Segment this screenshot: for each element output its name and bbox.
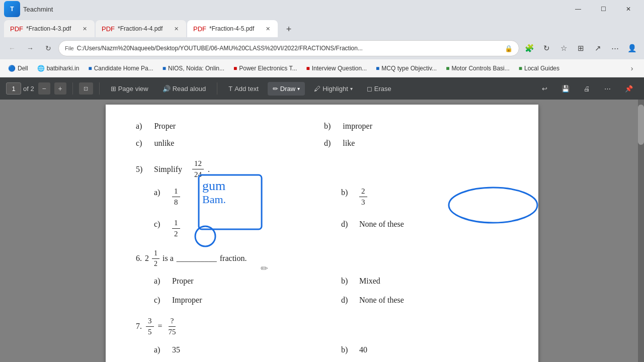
pin-button[interactable]: 📌 xyxy=(620,82,638,96)
undo-button[interactable]: ↩ xyxy=(537,82,552,96)
q7-a-text: 35 xyxy=(172,343,180,356)
q4-b-text: improper xyxy=(343,120,372,133)
draw-button[interactable]: ✏ Draw ▾ xyxy=(268,82,305,96)
bookmark-motor-label: Motor Controls Basi... xyxy=(451,65,509,72)
refresh-button[interactable]: ↻ xyxy=(40,40,56,56)
fit-page-button[interactable]: ⊡ xyxy=(79,82,93,95)
save-button[interactable]: 💾 xyxy=(556,82,575,96)
profile-icon[interactable]: 👤 xyxy=(624,40,640,56)
zoom-in-button[interactable]: + xyxy=(54,82,66,95)
q6-fraction: 1 2 xyxy=(152,248,159,268)
tab-fraction-4-3[interactable]: PDF *Fraction-4-3.pdf ✕ xyxy=(4,20,95,37)
bookmarks-more-button[interactable]: › xyxy=(624,60,640,76)
collections-icon[interactable]: ⊞ xyxy=(573,40,589,56)
close-button[interactable]: ✕ xyxy=(617,2,640,16)
pdf-content-area[interactable]: gum Bam. ✏ a) Proper b) improper c) xyxy=(0,100,644,362)
bookmark-motor-controls[interactable]: ■ Motor Controls Basi... xyxy=(442,63,514,74)
q6-c-label: c) xyxy=(154,294,168,307)
minimize-button[interactable]: — xyxy=(567,2,590,16)
q5-a-den: 8 xyxy=(172,197,180,208)
q6-a-text: Proper xyxy=(172,275,194,288)
q6-options: a) Proper b) Mixed c) Improper d) None o… xyxy=(154,275,508,306)
page-view-label: Page view xyxy=(118,85,148,93)
q4-c-label: c) xyxy=(136,137,142,150)
extensions-button[interactable]: 🧩 xyxy=(521,40,537,56)
bookmark-power-electronics[interactable]: ■ Power Electronics T... xyxy=(229,63,301,74)
more-tools-button[interactable]: ⋯ xyxy=(599,82,616,96)
q7-frac1-num: 3 xyxy=(146,316,154,327)
q7-frac2-num: ? xyxy=(169,316,176,327)
bookmark-nios[interactable]: ■ NIOS, Noida: Onlin... xyxy=(158,63,228,74)
bookmark-batbiharki[interactable]: 🌐 batbiharki.in xyxy=(33,63,84,74)
page-view-button[interactable]: ⊞ Page view xyxy=(106,82,153,96)
print-button[interactable]: 🖨 xyxy=(579,82,595,96)
q7-fraction2: ? 75 xyxy=(167,316,178,337)
q5-frac-num: 12 xyxy=(192,158,204,169)
tab-fraction-4-4[interactable]: PDF *Fraction-4-4.pdf ✕ xyxy=(96,20,186,37)
bookmark-power-icon: ■ xyxy=(233,65,237,72)
add-text-button[interactable]: T Add text xyxy=(223,82,264,96)
q6-option-c: c) Improper xyxy=(154,294,321,307)
erase-button[interactable]: ◻ Erase xyxy=(362,82,396,96)
bookmark-dell[interactable]: 🔵 Dell xyxy=(4,63,32,74)
q5-b-num: 2 xyxy=(359,186,367,197)
maximize-button[interactable]: ☐ xyxy=(592,2,615,16)
settings-icon[interactable]: ⋯ xyxy=(607,40,623,56)
highlight-icon: 🖊 xyxy=(314,85,320,93)
pdf-content: a) Proper b) improper c) unlike d) like xyxy=(136,120,508,356)
q7-b-label: b) xyxy=(341,343,355,356)
browser-toolbar-icons: 🧩 ↻ ☆ ⊞ ↗ ⋯ 👤 xyxy=(521,40,640,56)
refresh-icon[interactable]: ↻ xyxy=(538,40,554,56)
star-icon[interactable]: ☆ xyxy=(555,40,572,56)
address-text: C:/Users/Nazm%20Naqueeb/Desktop/YOUTUBE/… xyxy=(77,45,502,52)
q5-d-label: d) xyxy=(341,218,355,231)
bookmark-mcq-label: MCQ type Objectiv... xyxy=(381,65,437,72)
bookmark-batbiharki-label: batbiharki.in xyxy=(47,65,79,72)
tab-close-button3[interactable]: ✕ xyxy=(264,25,272,33)
page-number-input[interactable] xyxy=(6,82,21,95)
page-total: of 2 xyxy=(23,85,34,93)
q6-c-text: Improper xyxy=(172,294,202,307)
q4-option-d: d) like xyxy=(324,137,508,150)
q5-c-num: 1 xyxy=(172,218,180,229)
q5-label: 5) xyxy=(136,163,150,176)
address-file-label: File xyxy=(65,45,74,51)
bookmark-mcq[interactable]: ■ MCQ type Objectiv... xyxy=(372,63,441,74)
read-aloud-button[interactable]: 🔊 Read aloud xyxy=(157,82,211,96)
share-icon[interactable]: ↗ xyxy=(590,40,606,56)
q5-c-den: 2 xyxy=(172,229,180,239)
q6-whole: 2 xyxy=(145,252,149,265)
q7-option-a: a) 35 xyxy=(154,343,321,356)
tab-close-button[interactable]: ✕ xyxy=(80,25,89,33)
q6-d-label: d) xyxy=(341,294,355,307)
bookmark-local-guides[interactable]: ■ Local Guides xyxy=(515,63,564,74)
bookmark-interview[interactable]: ■ Interview Question... xyxy=(302,63,371,74)
back-button[interactable]: ← xyxy=(4,40,20,56)
address-bar[interactable]: File C:/Users/Nazm%20Naqueeb/Desktop/YOU… xyxy=(58,40,519,56)
bookmark-interview-icon: ■ xyxy=(306,65,309,72)
tab-fraction-4-5[interactable]: PDF *Fraction-4-5.pdf ✕ xyxy=(187,20,278,37)
q5-c-label: c) xyxy=(154,218,168,231)
draw-icon: ✏ xyxy=(273,85,278,93)
forward-button[interactable]: → xyxy=(22,40,38,56)
q5-question: 5) Simplify 12 24 . xyxy=(136,158,508,180)
q5-option-d: d) None of these xyxy=(341,218,508,239)
q4-b-label: b) xyxy=(324,120,331,133)
q5-period: . xyxy=(208,163,210,176)
bookmark-power-label: Power Electronics T... xyxy=(239,65,297,72)
q7-b-text: 40 xyxy=(359,343,367,356)
highlight-button[interactable]: 🖊 Highlight ▾ xyxy=(309,82,358,96)
zoom-out-button[interactable]: − xyxy=(38,82,50,95)
q7-eq: = xyxy=(158,320,163,333)
q5-b-fraction: 2 3 xyxy=(359,186,367,208)
bookmark-dell-label: Dell xyxy=(18,65,28,72)
q6-frac-den: 2 xyxy=(152,259,159,269)
scrollbar-thumb[interactable] xyxy=(638,105,644,145)
tab-close-button2[interactable]: ✕ xyxy=(172,25,180,33)
erase-icon: ◻ xyxy=(367,85,372,93)
q5-c-fraction: 1 2 xyxy=(172,218,180,239)
q6-frac-num: 1 xyxy=(152,248,159,259)
read-aloud-label: Read aloud xyxy=(173,85,206,93)
bookmark-candidate[interactable]: ■ Candidate Home Pa... xyxy=(84,63,157,74)
new-tab-button[interactable]: + xyxy=(281,21,297,37)
